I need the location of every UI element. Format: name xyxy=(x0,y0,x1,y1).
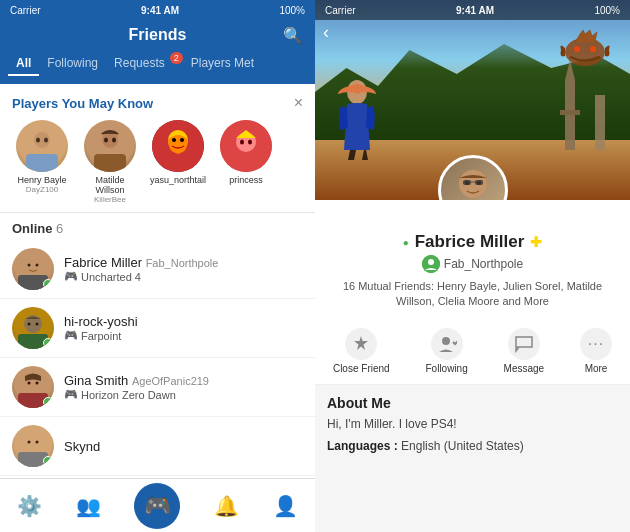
svg-point-29 xyxy=(36,382,39,385)
game-icon-2: 🎮 xyxy=(64,329,78,342)
following-icon xyxy=(431,328,463,360)
machine-area xyxy=(555,22,615,81)
svg-point-4 xyxy=(44,138,48,143)
online-header: Online 6 xyxy=(0,213,315,240)
online-indicator-skynd xyxy=(43,456,53,466)
may-know-player-yasu[interactable]: yasu_northtail xyxy=(148,120,208,204)
may-know-player-princess[interactable]: princess xyxy=(216,120,276,204)
status-bar-right: Carrier 9:41 AM 100% xyxy=(315,0,630,20)
time-left: 9:41 AM xyxy=(141,5,179,16)
close-friend-button[interactable]: Close Friend xyxy=(333,328,390,374)
hero-area: ‹ xyxy=(315,0,630,200)
bottom-nav: ⚙️ 👥 🎮 🔔 👤 xyxy=(0,478,315,532)
friend-info-fabrice: Fabrice Miller Fab_Northpole 🎮 Uncharted… xyxy=(64,255,303,283)
about-text: Hi, I'm Miller. I love PS4! xyxy=(315,415,630,439)
svg-rect-43 xyxy=(475,180,483,185)
svg-point-38 xyxy=(459,170,487,198)
avatar-gina xyxy=(12,366,54,408)
may-know-close-button[interactable]: × xyxy=(294,94,303,112)
tab-following[interactable]: Following xyxy=(39,52,106,76)
friend-item-hiroshi[interactable]: hi-rock-yoshi 🎮 Farpoint xyxy=(0,299,315,358)
nav-playstation[interactable]: 🎮 xyxy=(134,483,180,529)
following-button[interactable]: Following xyxy=(425,328,467,374)
nav-notifications[interactable]: 🔔 xyxy=(214,494,239,518)
nav-friends[interactable]: 👥 xyxy=(76,494,101,518)
avatar-hiroshi xyxy=(12,307,54,349)
svg-point-24 xyxy=(28,323,31,326)
svg-point-30 xyxy=(24,433,42,451)
may-know-header: Players You May Know × xyxy=(12,94,303,112)
profile-id-avatar-icon xyxy=(422,255,440,273)
may-know-avatars: Henry Bayle DayZ100 Matilde Willson Kill… xyxy=(12,120,303,204)
nav-tabs: All Following Requests 2 Players Met xyxy=(0,52,315,84)
nav-profile[interactable]: 👤 xyxy=(273,494,298,518)
profile-handle: Fab_Northpole xyxy=(444,257,523,271)
online-indicator-hiroshi xyxy=(43,338,53,348)
online-dot-indicator: ● xyxy=(403,237,409,248)
avatar-skynd xyxy=(12,425,54,467)
time-right: 9:41 AM xyxy=(456,5,494,16)
back-button[interactable]: ‹ xyxy=(323,22,329,43)
friend-item-fabrice[interactable]: Fabrice Miller Fab_Northpole 🎮 Uncharted… xyxy=(0,240,315,299)
svg-point-20 xyxy=(28,264,31,267)
more-label: More xyxy=(585,363,608,374)
carrier-right: Carrier xyxy=(325,5,356,16)
avatar-fabrice xyxy=(12,248,54,290)
following-label: Following xyxy=(425,363,467,374)
svg-point-32 xyxy=(28,441,31,444)
friend-item-skynd[interactable]: Skynd xyxy=(0,417,315,476)
battery-right: 100% xyxy=(594,5,620,16)
svg-point-36 xyxy=(574,46,580,52)
player-matilde-name: Matilde Willson xyxy=(80,175,140,195)
profile-name: ● Fabrice Miller ✚ xyxy=(327,232,618,252)
nav-games[interactable]: ⚙️ xyxy=(17,494,42,518)
svg-point-35 xyxy=(565,38,605,66)
battery-left: 100% xyxy=(279,5,305,16)
svg-rect-6 xyxy=(94,154,126,172)
machine-svg xyxy=(555,22,615,77)
svg-point-33 xyxy=(36,441,39,444)
message-label: Message xyxy=(504,363,545,374)
about-languages: Languages : English (United States) xyxy=(315,439,630,461)
mutual-friends: 16 Mutual Friends: Henry Bayle, Julien S… xyxy=(327,279,618,310)
more-icon: ··· xyxy=(580,328,612,360)
may-know-player-matilde[interactable]: Matilde Willson KillerBee xyxy=(80,120,140,204)
languages-value: English (United States) xyxy=(401,439,524,453)
about-section: About Me Hi, I'm Miller. I love PS4! Lan… xyxy=(315,385,630,532)
tab-requests[interactable]: Requests 2 xyxy=(106,52,183,76)
close-friend-label: Close Friend xyxy=(333,363,390,374)
carrier-left: Carrier xyxy=(10,5,41,16)
close-friend-icon xyxy=(345,328,377,360)
tab-all[interactable]: All xyxy=(8,52,39,76)
player-henry-handle: DayZ100 xyxy=(26,185,58,194)
more-button[interactable]: ··· More xyxy=(580,328,612,374)
character-area xyxy=(330,80,385,164)
right-panel: Carrier 9:41 AM 100% xyxy=(315,0,630,532)
svg-point-13 xyxy=(180,138,184,142)
status-bar-left: Carrier 9:41 AM 100% xyxy=(0,0,315,20)
svg-point-9 xyxy=(112,138,116,143)
players-you-may-know-section: Players You May Know × Henry Bayle DayZ1… xyxy=(0,84,315,213)
player-henry-name: Henry Bayle xyxy=(17,175,66,185)
friend-item-gina[interactable]: Gina Smith AgeOfPanic219 🎮 Horizon Zero … xyxy=(0,358,315,417)
online-indicator-fabrice xyxy=(43,279,53,289)
header-title: Friends xyxy=(129,26,187,44)
ps-plus-icon: ✚ xyxy=(530,234,542,250)
avatar-henry xyxy=(16,120,68,172)
may-know-player-henry[interactable]: Henry Bayle DayZ100 xyxy=(12,120,72,204)
profile-photo-svg xyxy=(441,158,505,200)
avatar-matilde xyxy=(84,120,136,172)
svg-point-28 xyxy=(28,382,31,385)
message-icon xyxy=(508,328,540,360)
search-icon[interactable]: 🔍 xyxy=(283,26,303,45)
svg-point-21 xyxy=(36,264,39,267)
may-know-title: Players You May Know xyxy=(12,96,153,111)
svg-point-25 xyxy=(36,323,39,326)
friends-header: Friends 🔍 xyxy=(0,20,315,52)
svg-rect-1 xyxy=(26,154,58,172)
tab-players-met[interactable]: Players Met xyxy=(183,52,262,76)
left-panel: Carrier 9:41 AM 100% Friends 🔍 All Follo… xyxy=(0,0,315,532)
profile-id-row: Fab_Northpole xyxy=(327,255,618,273)
message-button[interactable]: Message xyxy=(504,328,545,374)
svg-rect-42 xyxy=(463,180,471,185)
